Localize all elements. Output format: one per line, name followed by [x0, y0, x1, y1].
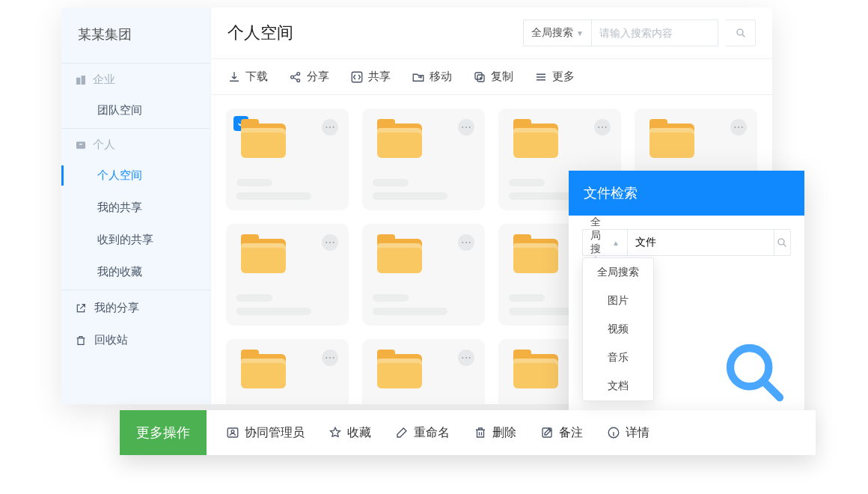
op-rename[interactable]: 重命名 [395, 425, 450, 441]
sidebar: 某某集团 企业 团队空间 个人 个人空间 我的共享 收到的共享 我的收藏 我的分… [61, 7, 211, 404]
sidebar-item-team-space[interactable]: 团队空间 [61, 94, 210, 126]
popup-search-input[interactable] [627, 229, 774, 256]
search-scope-dropdown[interactable]: 全局搜索 ▼ [523, 19, 591, 46]
search-button[interactable] [726, 19, 756, 46]
search-icon [776, 237, 788, 248]
sidebar-item-personal-space[interactable]: 个人空间 [61, 159, 210, 192]
edit-icon [395, 426, 409, 439]
chevron-up-icon: ▲ [612, 239, 620, 247]
folder-icon [650, 124, 697, 162]
toolbar-label: 共享 [368, 70, 391, 84]
file-card[interactable]: ⋯ [226, 109, 349, 210]
card-more-button[interactable]: ⋯ [322, 350, 338, 366]
dropdown-option[interactable]: 视频 [583, 315, 653, 344]
file-card[interactable]: ⋯ [362, 109, 485, 210]
sidebar-item-recycle-bin[interactable]: 回收站 [61, 324, 210, 356]
toolbar-coshare[interactable]: 共享 [350, 70, 391, 84]
folder-icon [513, 354, 561, 393]
card-more-button[interactable]: ⋯ [458, 350, 474, 366]
more-operations-bar: 更多操作 协同管理员 收藏 重命名 删除 备注 详情 [120, 410, 816, 455]
sidebar-item-label: 我的分享 [94, 301, 139, 315]
op-favorite[interactable]: 收藏 [328, 425, 371, 441]
personal-icon [75, 139, 87, 151]
card-title-placeholder [373, 179, 474, 200]
card-more-button[interactable]: ⋯ [594, 119, 611, 135]
sidebar-item-my-public-share[interactable]: 我的分享 [61, 292, 210, 324]
op-label: 重命名 [414, 425, 450, 441]
more-operations-label: 更多操作 [120, 410, 207, 455]
toolbar-label: 移动 [430, 70, 452, 84]
op-label: 备注 [559, 425, 583, 441]
sidebar-item-my-favorites[interactable]: 我的收藏 [61, 256, 210, 288]
card-more-button[interactable]: ⋯ [458, 119, 474, 135]
move-icon [412, 70, 425, 84]
svg-point-11 [778, 239, 784, 245]
sidebar-section-label: 个人 [93, 138, 115, 152]
coadmin-icon [226, 426, 239, 439]
popup-scope-dropdown[interactable]: 全局搜索 ▲ [582, 229, 627, 256]
dropdown-option[interactable]: 全局搜索 [583, 258, 653, 287]
toolbar: 下载 分享 共享 移动 复制 更多 [211, 59, 772, 95]
sidebar-item-my-share[interactable]: 我的共享 [61, 192, 210, 224]
sidebar-section-enterprise[interactable]: 企业 [61, 65, 210, 94]
dropdown-option[interactable]: 文档 [583, 372, 653, 400]
popup-scope-options: 全局搜索 图片 视频 音乐 文档 [582, 257, 654, 401]
card-title-placeholder [373, 294, 474, 315]
toolbar-label: 复制 [491, 70, 513, 84]
toolbar-download[interactable]: 下载 [227, 70, 268, 84]
more-icon [534, 70, 548, 84]
toolbar-more[interactable]: 更多 [534, 70, 575, 84]
divider [61, 128, 210, 129]
search-icon [735, 27, 747, 39]
folder-icon [241, 124, 289, 162]
op-label: 收藏 [347, 425, 371, 441]
file-card[interactable]: ⋯ [226, 339, 349, 404]
folder-icon [241, 354, 289, 393]
dropdown-option[interactable]: 音乐 [583, 344, 653, 372]
search-input[interactable] [591, 19, 718, 46]
divider [61, 63, 210, 64]
main-header: 个人空间 全局搜索 ▼ [211, 7, 772, 59]
card-more-button[interactable]: ⋯ [730, 119, 747, 135]
enterprise-icon [75, 74, 87, 86]
sidebar-section-personal[interactable]: 个人 [61, 130, 210, 159]
op-label: 协同管理员 [245, 425, 305, 441]
popup-search-button[interactable] [774, 229, 791, 256]
op-detail[interactable]: 详情 [607, 425, 650, 441]
svg-rect-1 [82, 76, 85, 85]
svg-point-14 [231, 430, 234, 433]
sidebar-section-label: 企业 [93, 73, 115, 87]
card-more-button[interactable]: ⋯ [458, 234, 474, 251]
card-more-button[interactable]: ⋯ [322, 234, 338, 251]
coshare-icon [350, 70, 364, 84]
dropdown-option[interactable]: 图片 [583, 287, 653, 315]
folder-icon [377, 239, 425, 278]
note-icon [540, 426, 554, 439]
op-note[interactable]: 备注 [540, 425, 583, 441]
toolbar-copy[interactable]: 复制 [473, 70, 513, 84]
file-card[interactable]: ⋯ [362, 224, 485, 326]
sidebar-item-received-share[interactable]: 收到的共享 [61, 224, 210, 256]
page-title: 个人空间 [227, 22, 293, 44]
svg-rect-2 [76, 141, 85, 148]
search-popup-body: 全局搜索 ▲ 全局搜索 图片 视频 音乐 文档 [569, 216, 804, 419]
trash-icon [75, 335, 87, 347]
op-coadmin[interactable]: 协同管理员 [226, 425, 305, 441]
divider [61, 290, 210, 290]
search-illustration-icon [722, 340, 788, 406]
chevron-down-icon: ▼ [576, 29, 584, 37]
op-delete[interactable]: 删除 [474, 425, 516, 441]
card-title-placeholder [236, 294, 338, 315]
toolbar-move[interactable]: 移动 [412, 70, 452, 84]
search-popup-title: 文件检索 [569, 171, 804, 216]
toolbar-label: 下载 [245, 70, 268, 84]
svg-point-4 [737, 29, 743, 35]
search-scope-label: 全局搜索 [531, 26, 573, 40]
file-card[interactable]: ⋯ [362, 339, 485, 404]
external-share-icon [75, 302, 87, 314]
toolbar-label: 更多 [552, 70, 575, 84]
toolbar-share[interactable]: 分享 [289, 70, 329, 84]
file-card[interactable]: ⋯ [226, 224, 349, 326]
card-more-button[interactable]: ⋯ [322, 119, 338, 135]
trash-icon [474, 426, 487, 439]
